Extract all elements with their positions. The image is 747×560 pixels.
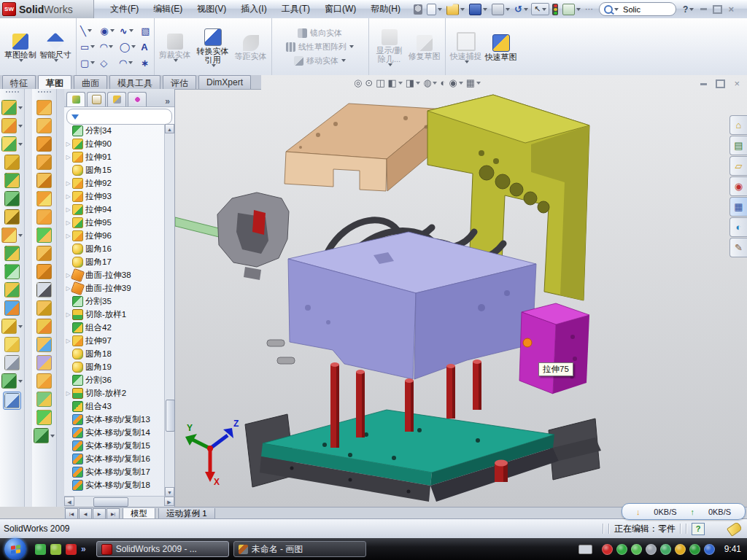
sketch-fillet-button[interactable]: ◠ — [118, 58, 138, 69]
hide-show-items-button[interactable]: ◍ — [423, 77, 437, 88]
vent-button[interactable] — [36, 319, 52, 334]
sheet-metal-flange-button[interactable] — [36, 100, 52, 115]
tree-item[interactable]: ▷切除-放样2 — [64, 386, 166, 400]
circle-button[interactable]: ◉ — [98, 26, 115, 36]
configuration-manager-tab[interactable] — [107, 92, 126, 106]
part-red-insert[interactable] — [252, 210, 266, 235]
offset-entities-button[interactable]: 等距实体 — [233, 33, 268, 61]
custom-properties-tab[interactable]: ✎ — [729, 238, 747, 257]
model-tab-1[interactable]: 运动算例 1 — [158, 508, 215, 519]
tree-item[interactable]: ▷曲面-拉伸38 — [64, 268, 166, 281]
tree-item[interactable]: ▷拉伸94 — [64, 203, 166, 216]
print-button[interactable] — [490, 2, 511, 17]
tag-icon[interactable] — [727, 521, 743, 537]
scene-button[interactable]: ◉ — [449, 77, 462, 88]
save-button[interactable] — [468, 2, 489, 17]
jog-button[interactable] — [36, 173, 52, 188]
menu-item-5[interactable]: 窗口(W) — [317, 0, 363, 18]
box-button[interactable] — [36, 300, 52, 316]
design-library-tab[interactable]: ▤ — [729, 136, 747, 155]
tree-item[interactable]: 圆角16 — [64, 242, 166, 255]
options-button[interactable] — [561, 2, 582, 17]
doc-minimize-button[interactable] — [700, 83, 707, 85]
curved-bend-button[interactable] — [36, 264, 52, 279]
view-settings-button[interactable]: ▦ — [466, 77, 481, 88]
expand-arrow-icon[interactable]: ▷ — [64, 180, 72, 187]
tree-item[interactable]: 组合43 — [64, 400, 166, 413]
menu-item-6[interactable]: 帮助(H) — [363, 0, 408, 18]
tab-5[interactable]: DimXpert — [198, 75, 251, 89]
antivirus-shield-icon[interactable] — [616, 544, 627, 555]
sketch-text-button[interactable]: A — [139, 42, 151, 52]
tree-item[interactable]: 圆角19 — [64, 360, 166, 373]
tree-horizontal-scrollbar[interactable]: ◀ ▶ — [64, 496, 174, 507]
doc-close-button[interactable]: × — [734, 80, 740, 88]
tree-item[interactable]: ▷拉伸97 — [64, 334, 166, 347]
doc-restore-button[interactable] — [716, 79, 725, 88]
tree-filter-box[interactable] — [66, 109, 172, 125]
rapid-sketch-button[interactable]: 快速草图 — [484, 32, 519, 62]
tree-item[interactable]: ▷切除-放样1 — [64, 308, 166, 321]
tab-3[interactable]: 模具工具 — [109, 75, 160, 89]
dimxpert-manager-tab[interactable] — [128, 92, 147, 106]
zoom-fit-button[interactable]: ◎ — [354, 77, 362, 88]
property-manager-tab[interactable] — [87, 92, 106, 106]
scroll-right-button[interactable]: ▶ — [164, 497, 174, 506]
polygon-button[interactable]: ◇ — [98, 58, 115, 69]
slot-button[interactable]: ▢ — [79, 58, 96, 69]
menu-item-0[interactable]: 文件(F) — [103, 0, 146, 18]
tree-item[interactable]: 分割35 — [64, 295, 166, 308]
tabs-overflow-icon[interactable]: » — [165, 96, 170, 106]
tree-item[interactable]: 圆角17 — [64, 255, 166, 268]
swept-flange-button[interactable] — [36, 246, 52, 261]
tree-item[interactable]: ▷曲面-拉伸39 — [64, 281, 166, 295]
tree-item[interactable]: ▷拉伸93 — [64, 190, 166, 203]
scroll-up-button[interactable]: ▲ — [165, 124, 174, 133]
taskbar-window-1[interactable]: 未命名 - 画图 — [233, 541, 366, 557]
media-player-icon[interactable] — [50, 544, 61, 555]
ellipse-button[interactable]: ◯ — [118, 42, 138, 52]
menu-item-4[interactable]: 工具(T) — [274, 0, 317, 18]
quick-launch-overflow-icon[interactable]: » — [81, 544, 86, 554]
part-side-insert-block[interactable] — [519, 303, 589, 394]
scrollbar-thumb[interactable] — [166, 400, 175, 432]
tab-0[interactable]: 特征 — [2, 75, 36, 89]
move-entities-button[interactable]: 移动实体 — [294, 55, 346, 66]
model-nav-button-2[interactable]: ▶ — [93, 508, 106, 519]
select-tool-button[interactable]: ↖ — [531, 3, 549, 15]
repair-sketch-button[interactable]: 修复草图 — [407, 33, 442, 61]
rebuild-button[interactable] — [551, 2, 560, 17]
hole-wizard-button[interactable] — [4, 209, 20, 225]
expand-arrow-icon[interactable]: ▷ — [64, 193, 72, 200]
flex-button[interactable] — [36, 373, 52, 389]
deform-button[interactable] — [36, 355, 52, 370]
display-style-button[interactable]: ◨ — [406, 77, 420, 88]
boss-cylinder-button[interactable] — [36, 410, 52, 425]
menu-item-1[interactable]: 编辑(E) — [146, 0, 190, 18]
swept-boss-button[interactable] — [4, 155, 20, 170]
search-tab[interactable]: ◉ — [729, 176, 747, 196]
graphics-viewport[interactable]: Y Z X ◎⊙◫◧◨◍◐◉▦ × ⌂▤▱◉▦◐✎ 拉伸75 — [175, 75, 747, 507]
appearances-button[interactable]: ◐ — [440, 77, 446, 88]
feature-manager-tab[interactable] — [66, 92, 85, 106]
view-orientation-button[interactable]: ◧ — [388, 77, 403, 88]
expand-arrow-icon[interactable]: ▷ — [64, 311, 72, 318]
undo-button[interactable]: ↺ — [513, 2, 530, 16]
bodies-folder-button[interactable] — [4, 282, 20, 298]
update-service-icon[interactable] — [631, 544, 642, 555]
display-delete-relations-button[interactable]: 显示/删除几... — [372, 27, 407, 67]
sync-blocked-icon[interactable] — [704, 544, 715, 555]
tab-2[interactable]: 曲面 — [74, 75, 107, 89]
lofted-bend-button[interactable] — [36, 155, 52, 170]
assembly-3d-model[interactable]: Y Z X — [175, 89, 747, 507]
tree-item[interactable]: 实体-移动/复制17 — [64, 465, 166, 478]
mirror-entities-button[interactable]: 镜向实体 — [298, 28, 342, 39]
messenger-icon[interactable] — [35, 544, 46, 555]
base-flange-button[interactable] — [36, 209, 52, 225]
reference-geometry-button[interactable] — [1, 319, 23, 334]
part-handle-rod[interactable] — [175, 217, 222, 238]
tree-item[interactable]: ▷拉伸91 — [64, 150, 166, 163]
hem-button[interactable] — [36, 136, 52, 152]
tree-item[interactable]: 实体-移动/复制18 — [64, 478, 166, 491]
tab-1[interactable]: 草图 — [38, 75, 71, 90]
